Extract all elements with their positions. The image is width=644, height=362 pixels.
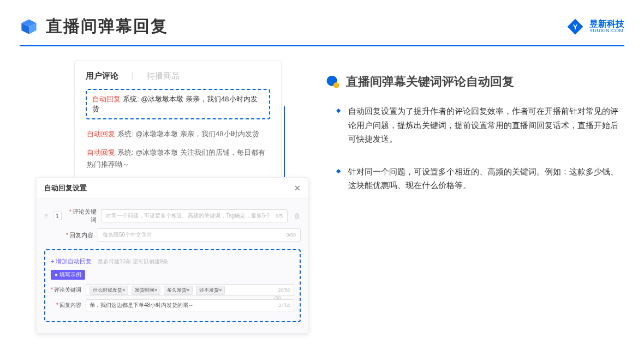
ex-keyword-input[interactable]: 什么时候发货× 发货时间× 多久发货× 还不发货× 20/50 [86, 284, 294, 296]
close-icon[interactable]: ✕ [294, 184, 301, 192]
logo-icon: Y [567, 18, 584, 35]
keyword-label: *评论关键词 [66, 208, 97, 224]
auto-reply-label: 自动回复 [87, 130, 115, 138]
comment-prefix: 系统: [117, 148, 134, 156]
auto-reply-label: 自动回复 [92, 95, 121, 103]
tab-separator: | [132, 71, 134, 81]
add-auto-reply-button[interactable]: + 增加自动回复 [51, 257, 92, 266]
content-input[interactable]: 每条限50个中文字符 0/50 [98, 228, 301, 242]
svg-text:Y: Y [573, 22, 578, 31]
settings-card: 自动回复设置 ✕ ⠿ 1 *评论关键词 对同一个问题，可设置多个相近、高频的关键… [36, 177, 309, 334]
page-title: 直播间弹幕回复 [46, 15, 168, 38]
comment-prefix: 系统: [123, 95, 139, 103]
ex-content-label: *回复内容 [51, 301, 81, 309]
tab-pending-products[interactable]: 待播商品 [147, 71, 180, 81]
keyword-tag[interactable]: 多久发货× [164, 286, 193, 295]
comment-prefix: 系统: [117, 130, 134, 138]
keyword-count: 0/5 [276, 213, 283, 219]
bullet-item: 自动回复设置为了提升作者的评论回复效率，作者可在开播前针对常见的评论用户问题，提… [348, 104, 624, 146]
auto-reply-label: 自动回复 [87, 148, 115, 156]
svg-point-6 [333, 82, 339, 88]
tab-user-comments[interactable]: 用户评论 [86, 71, 118, 81]
bullet-item: 针对同一个问题，可设置多个相近的、高频的关键词。例如：这款多少钱、这块能优惠吗、… [348, 165, 624, 192]
comment-item: 自动回复系统: @冰墩墩本墩 亲亲，我们48小时内发货 [86, 125, 270, 143]
content-label: *回复内容 [63, 231, 93, 239]
logo-text-en: YUUXIN.COM [589, 28, 624, 34]
faint-count: /50 [274, 295, 281, 300]
content-placeholder: 每条限50个中文字符 [103, 231, 152, 239]
ex-content-count: 37/50 [278, 303, 290, 308]
cube-icon [20, 17, 38, 36]
content-count: 0/50 [286, 232, 296, 238]
trash-icon[interactable]: 🗑 [294, 212, 301, 220]
ex-content-text: 亲，我们这边都是下单48小时内发货的哦～ [90, 301, 194, 309]
keyword-tag[interactable]: 发货时间× [132, 286, 160, 295]
keyword-input[interactable]: 对同一个问题，可设置多个相近、高频的关键词，Tag确定，最多5个 0/5 [101, 209, 288, 222]
keyword-tag[interactable]: 什么时候发货× [90, 286, 128, 295]
add-hint: 最多可建10条 还可以创建9条 [98, 258, 168, 264]
chat-bubble-icon [325, 74, 341, 89]
section-title: 直播间弹幕关键词评论自动回复 [346, 74, 514, 90]
keyword-tag[interactable]: 还不发货× [196, 286, 225, 295]
example-badge: ● 填写示例 [51, 270, 85, 280]
keyword-placeholder: 对同一个问题，可设置多个相近、高频的关键词，Tag确定，最多5个 [106, 212, 271, 220]
drag-handle-icon[interactable]: ⠿ [44, 213, 49, 219]
comment-item: 自动回复系统: @冰墩墩本墩 关注我们的店铺，每日都有热门推荐呦～ [86, 143, 270, 174]
header-divider [20, 45, 624, 46]
row-number: 1 [53, 212, 62, 220]
example-box: + 增加自动回复 最多可建10条 还可以创建9条 ● 填写示例 *评论关键词 什… [44, 249, 301, 322]
comment-card: 用户评论 | 待播商品 自动回复系统: @冰墩墩本墩 亲亲，我们48小时内发货 … [74, 61, 282, 183]
brand-logo: Y 昱新科技 YUUXIN.COM [567, 18, 624, 35]
ex-keyword-count: 20/50 [278, 287, 290, 293]
ex-keyword-label: *评论关键词 [51, 286, 81, 294]
highlighted-comment: 自动回复系统: @冰墩墩本墩 亲亲，我们48小时内发货 [86, 89, 270, 119]
logo-text-cn: 昱新科技 [589, 19, 624, 29]
comment-text: @冰墩墩本墩 亲亲，我们48小时内发货 [134, 130, 259, 138]
settings-title: 自动回复设置 [44, 183, 87, 193]
ex-content-input[interactable]: 亲，我们这边都是下单48小时内发货的哦～ 37/50 [86, 299, 294, 311]
